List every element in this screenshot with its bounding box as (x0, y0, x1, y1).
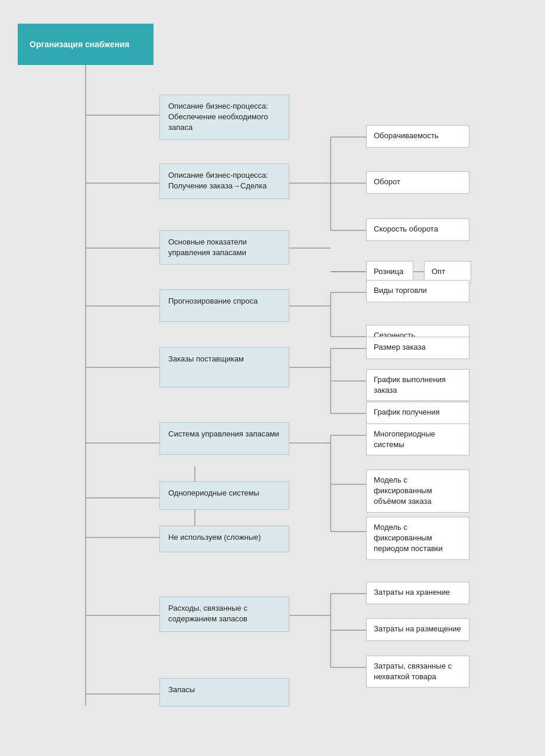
l1-label-8: Не используем (сложные) (168, 533, 261, 542)
l2-label-oborot: Оборот (374, 177, 400, 186)
l2-label-oborachivaemost: Оборачиваемость (374, 131, 439, 140)
l2-label-roznitsa: Розница (374, 267, 403, 276)
l1-label-1: Описание бизнес-процесса:Обеспечение нео… (168, 102, 268, 132)
l2-node-skorost: Скорость оборота (366, 219, 469, 241)
root-node: Организация снабжения (18, 24, 154, 65)
l2-node-oborachivaemost: Оборачиваемость (366, 125, 469, 148)
l1-node-9: Расходы, связанные с содержанием запасов (159, 597, 289, 632)
diagram-container: Организация снабжения Описание бизнес-пр… (0, 0, 545, 756)
l2-label-model-fix-obj: Модель с фиксированным объёмом заказа (374, 475, 432, 506)
l1-label-5: Заказы поставщикам (168, 354, 244, 363)
l2-label-grafik-pol: График получения (374, 408, 440, 416)
l2-node-mnogoperiod: Многопериодные системы (366, 423, 469, 455)
l1-node-7: Однопериодные системы (159, 481, 289, 510)
l1-label-3: Основные показатели управления запасами (168, 237, 247, 257)
l2-label-vidy: Виды торговли (374, 286, 427, 295)
l2-label-zatrat-nehv: Затраты, связанные с нехваткой товара (374, 662, 452, 681)
l2-node-zatrat-nehv: Затраты, связанные с нехваткой товара (366, 656, 469, 687)
l2-label-mnogoperiod: Многопериодные системы (374, 429, 435, 449)
l1-node-5: Заказы поставщикам (159, 347, 289, 387)
l1-node-4: Прогнозирование спроса (159, 289, 289, 322)
l2-label-razmer: Размер заказа (374, 343, 426, 351)
l1-node-3: Основные показатели управления запасами (159, 230, 289, 265)
l1-label-2: Описание бизнес-процесса:Получение заказ… (168, 171, 268, 190)
l1-label-6: Система управления запасами (168, 429, 279, 438)
l2-node-zatrat-hran: Затраты на хранение (366, 582, 469, 604)
l2-label-grafik-vyp: График выполнения заказа (374, 375, 446, 395)
l2-label-zatrat-razm: Затраты на размещение (374, 624, 461, 633)
root-label: Организация снабжения (30, 40, 129, 49)
l1-node-2: Описание бизнес-процесса:Получение заказ… (159, 164, 289, 199)
l1-label-9: Расходы, связанные с содержанием запасов (168, 604, 247, 623)
l1-label-4: Прогнозирование спроса (168, 296, 258, 305)
l1-node-1: Описание бизнес-процесса:Обеспечение нео… (159, 94, 289, 140)
l2-node-model-fix-obj: Модель с фиксированным объёмом заказа (366, 470, 469, 513)
l2-node-razmer: Размер заказа (366, 337, 469, 359)
l2-node-model-fix-per: Модель с фиксированным периодом поставки (366, 517, 469, 560)
l1-node-10: Запасы (159, 678, 289, 706)
l2-label-skorost: Скорость оборота (374, 224, 438, 233)
l2-label-zatrat-hran: Затраты на хранение (374, 588, 450, 597)
l1-label-10: Запасы (168, 685, 195, 694)
l2-label-opt: Опт (432, 267, 445, 276)
l2-node-vidy: Виды торговли (366, 280, 469, 302)
l2-node-zatrat-razm: Затраты на размещение (366, 618, 469, 641)
l2-node-oborot: Оборот (366, 171, 469, 194)
l1-label-7: Однопериодные системы (168, 488, 259, 497)
l2-node-grafik-pol: График получения (366, 402, 469, 424)
l2-node-grafik-vyp: График выполнения заказа (366, 369, 469, 401)
l2-label-model-fix-per: Модель с фиксированным периодом поставки (374, 523, 443, 553)
l1-node-8: Не используем (сложные) (159, 526, 289, 552)
l1-node-6: Система управления запасами (159, 422, 289, 455)
